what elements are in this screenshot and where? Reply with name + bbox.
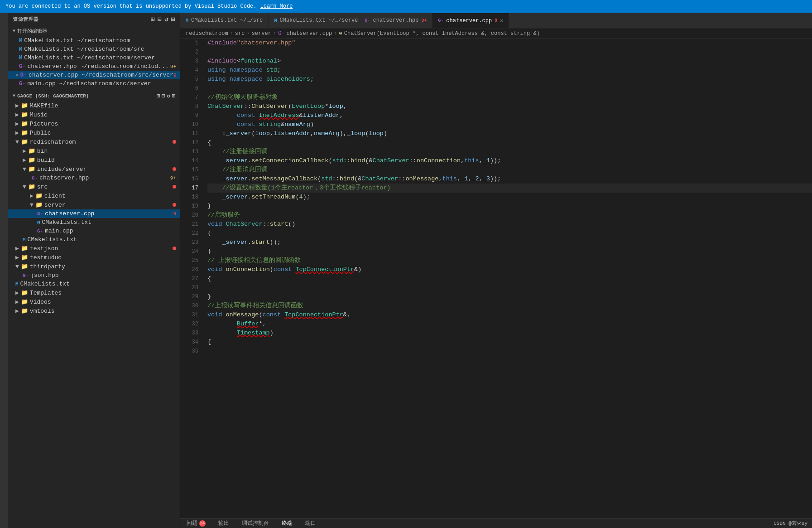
open-editors-section[interactable]: ▼ 打开的编辑器 (8, 26, 180, 36)
cpp-file-icon: G· (37, 211, 43, 217)
new-file-remote-icon[interactable]: ⊞ (157, 92, 160, 99)
refresh-remote-icon[interactable]: ↺ (167, 92, 170, 99)
folder-arrow: ▼ (23, 184, 26, 190)
tree-bin[interactable]: ▶ 📁 bin (8, 146, 180, 155)
ln23: 23 (180, 238, 198, 247)
bottom-tabs-bar: 问题 24 输出 调试控制台 终端 端口 CSDN @若火uy (180, 518, 812, 528)
code-line-34: { (207, 338, 812, 347)
crumb-1[interactable]: redischatroom (186, 30, 228, 37)
open-file-chatserver-cpp[interactable]: ✕ G· chatserver.cpp ~/redischatroom/src/… (8, 71, 180, 79)
ln3: 3 (180, 57, 198, 66)
ln9: 9 (180, 111, 198, 120)
tab-label: 终端 (282, 519, 293, 527)
tree-music[interactable]: ▶ 📁 Music (8, 110, 180, 119)
folder-arrow: ▶ (15, 245, 19, 252)
remote-section[interactable]: ▼ GAOGE [SSH: GAOGEMASTER] ⊞ ⊟ ↺ ⊞ (8, 91, 180, 101)
code-line-5: using namespace placeholders; (207, 75, 812, 84)
ln18: 18 (180, 193, 198, 202)
tab-chatserver-cpp[interactable]: G· chatserver.cpp 9 ✕ (432, 13, 509, 28)
bottom-tab-terminal[interactable]: 终端 (280, 518, 294, 528)
tree-videos[interactable]: ▶ 📁 Videos (8, 297, 180, 306)
learn-more-link[interactable]: Learn More (260, 3, 293, 10)
tab-badge: 9+ (421, 18, 427, 23)
cpp-icon: G· (19, 81, 25, 87)
bottom-tab-problems[interactable]: 问题 24 (185, 518, 207, 528)
tab-cmakelists-src[interactable]: M CMakeLists.txt ~/…/src (180, 13, 269, 28)
tab-label: 输出 (218, 519, 229, 527)
bottom-tab-ports[interactable]: 端口 (303, 518, 318, 528)
tree-client[interactable]: ▶ 📁 client (8, 191, 180, 200)
tree-thirdparty[interactable]: ▼ 📁 thirdparty (8, 262, 180, 271)
tree-src[interactable]: ▼ 📁 src (8, 182, 180, 191)
folder-arrow: ▶ (15, 102, 19, 109)
tree-public[interactable]: ▶ 📁 Public (8, 128, 180, 137)
tree-templates[interactable]: ▶ 📁 Templates (8, 288, 180, 297)
tab-cmakelists-server[interactable]: M CMakeLists.txt ~/…/server (269, 13, 359, 28)
new-file-icon[interactable]: ⊞ (151, 15, 155, 23)
tree-chatserver-hpp[interactable]: G· chatserver.hpp 9+ (8, 174, 180, 182)
tree-chatserver-cpp[interactable]: G· chatserver.cpp 9 (8, 209, 180, 218)
tree-testmuduo[interactable]: ▶ 📁 testmuduo (8, 253, 180, 262)
folder-icon: 📁 (28, 156, 35, 164)
item-label: redischatroom (30, 139, 76, 145)
code-line-19: } (207, 202, 812, 211)
tree-cmakelists-server[interactable]: M CMakelists.txt (8, 218, 180, 227)
new-folder-icon[interactable]: ⊟ (158, 15, 162, 23)
folder-icon: 📁 (28, 147, 35, 155)
code-line-18: _server.setThreadNum(4); (207, 193, 812, 202)
item-label: Public (30, 130, 51, 136)
m-icon: M (19, 38, 22, 44)
code-content[interactable]: #include"chatserver.hpp" #include<functi… (202, 39, 812, 518)
item-label: Music (30, 111, 48, 118)
refresh-icon[interactable]: ↺ (164, 15, 168, 23)
open-file-cmakelists-src[interactable]: M CMakeLists.txt ~/redischatroom/src (8, 45, 180, 53)
folder-arrow: ▼ (15, 139, 19, 145)
tree-makefile[interactable]: ▶ 📁 MAKEfile (8, 101, 180, 110)
tree-testjson[interactable]: ▶ 📁 testjson (8, 244, 180, 253)
crumb-file-icon: G· (278, 30, 284, 37)
badge: 9 (173, 73, 177, 78)
open-file-chatserver-hpp[interactable]: G· chatserver.hpp ~/redischatroom/includ… (8, 62, 180, 71)
tree-cmakelists-root[interactable]: M CMakeLists.txt (8, 280, 180, 288)
remote-section-label: GAOGE [SSH: GAOGEMASTER] (17, 93, 89, 99)
tab-chatserver-hpp[interactable]: G· chatserver.hpp 9+ (359, 13, 432, 28)
tree-build[interactable]: ▶ 📁 build (8, 155, 180, 165)
crumb-4[interactable]: chatserver.cpp (286, 30, 332, 37)
close-icon[interactable]: ✕ (15, 72, 19, 78)
bottom-tab-output[interactable]: 输出 (216, 518, 231, 528)
folder-icon: 📁 (21, 245, 28, 252)
collapse-icon[interactable]: ⊞ (171, 15, 175, 23)
tab-icon: M (274, 18, 277, 23)
tree-vmtools[interactable]: ▶ 📁 vmtools (8, 306, 180, 315)
ln34: 34 (180, 338, 198, 347)
crumb-2[interactable]: src (235, 30, 245, 37)
tree-main-cpp[interactable]: G· main.cpp (8, 227, 180, 235)
collapse-remote-icon[interactable]: ⊞ (172, 92, 175, 99)
code-line-29: } (207, 292, 812, 301)
ln16: 16 (180, 174, 198, 184)
bottom-tab-debug[interactable]: 调试控制台 (240, 518, 271, 528)
item-label: vmtools (30, 308, 55, 315)
tree-include-server[interactable]: ▼ 📁 include/server (8, 165, 180, 174)
tree-json-hpp[interactable]: G· json.hpp (8, 271, 180, 280)
code-editor[interactable]: 1 2 3 4 5 6 7 8 9 10 11 12 13 14 15 16 1… (180, 39, 812, 518)
code-line-8: ChatServer::ChatServer(EventLoop*loop, (207, 102, 812, 111)
tab-close-icon[interactable]: ✕ (500, 17, 503, 24)
folder-arrow: ▼ (23, 166, 26, 173)
open-file-main-cpp[interactable]: G· main.cpp ~/redischatroom/src/server (8, 79, 180, 88)
crumb-3[interactable]: server (252, 30, 271, 37)
ln2: 2 (180, 48, 198, 57)
tree-server[interactable]: ▼ 📁 server (8, 200, 180, 209)
open-file-cmakelists-redischatroom[interactable]: M CMakeLists.txt ~/redischatroom (8, 36, 180, 45)
code-line-1: #include"chatserver.hpp" (207, 39, 812, 48)
open-file-cmakelists-server[interactable]: M CMakeLists.txt ~/redischatroom/server (8, 53, 180, 62)
h-file-icon2: G· (23, 273, 29, 278)
item-label: chatserver.hpp (39, 174, 89, 181)
new-folder-remote-icon[interactable]: ⊟ (162, 92, 165, 99)
m-icon: M (19, 46, 22, 53)
tree-pictures[interactable]: ▶ 📁 Pictures (8, 119, 180, 128)
crumb-5: ChatServer(EventLoop *, const InetAddres… (344, 30, 540, 37)
tree-cmakelists-redischatroom[interactable]: M CMakelists.txt (8, 235, 180, 244)
sep3: › (273, 30, 276, 37)
tree-redischatroom[interactable]: ▼ 📁 redischatroom (8, 137, 180, 146)
